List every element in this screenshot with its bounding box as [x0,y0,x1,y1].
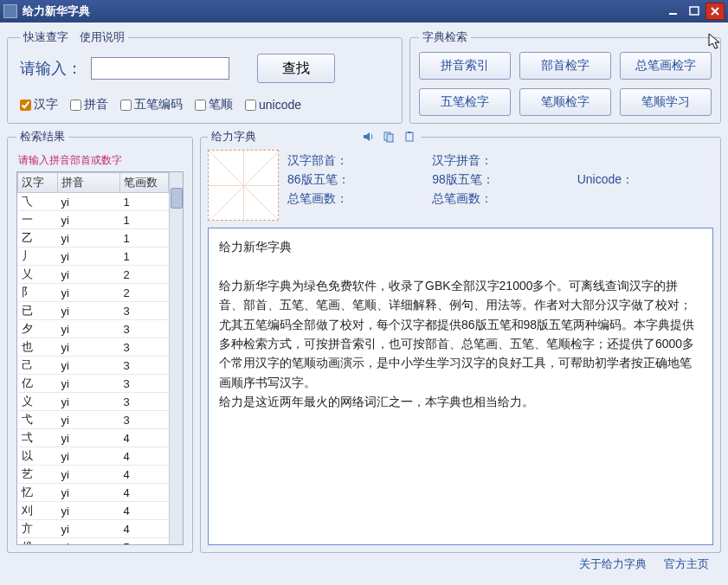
scroll-thumb[interactable] [171,188,183,209]
sound-icon[interactable] [360,130,376,144]
table-row[interactable]: 已yi3 [18,302,169,320]
quick-search-legend: 快速查字 使用说明 [20,29,128,45]
char-info: 汉字部首： 汉字拼音： 86版五笔： 98版五笔： Unicode： 总笔画数：… [287,150,713,221]
radio-拼音[interactable]: 拼音 [70,97,108,112]
dict-search-legend: 字典检索 [419,29,471,45]
table-row[interactable]: 艺yi4 [18,466,169,484]
title-bar: 给力新华字典 [0,0,728,22]
dict-legend: 给力字典 [208,129,421,145]
dict-panel: 给力字典 汉字部首： 汉字拼音： 86版五笔： 98版五笔： [200,129,721,553]
info-pinyin: 汉字拼音： [432,153,568,169]
table-row[interactable]: 弌yi4 [18,429,169,447]
radio-汉字[interactable]: 汉字 [20,97,58,112]
radio-笔顺[interactable]: 笔顺 [195,97,233,112]
svg-rect-3 [387,134,393,142]
table-row[interactable]: 乁yi1 [18,193,169,211]
minimize-button[interactable] [664,3,683,20]
table-row[interactable]: 乂yi2 [18,266,169,284]
results-group: 检索结果 请输入拼音部首或数字 汉字拼音笔画数 乁yi1一yi1乙yi1丿yi1… [7,129,193,553]
results-hint: 请输入拼音部首或数字 [16,151,184,171]
table-row[interactable]: 刈yi4 [18,502,169,520]
info-radical: 汉字部首： [287,153,423,169]
search-btn-笔顺检字[interactable]: 笔顺检字 [519,88,611,116]
table-row[interactable]: 阝yi2 [18,284,169,302]
quick-search-group: 快速查字 使用说明 请输入： 查找 汉字拼音五笔编码笔顺unicode [7,29,403,124]
search-btn-笔顺学习[interactable]: 笔顺学习 [620,88,712,116]
maximize-button[interactable] [685,3,704,20]
input-label: 请输入： [20,58,82,79]
search-input[interactable] [91,57,229,80]
results-table: 汉字拼音笔画数 乁yi1一yi1乙yi1丿yi1乂yi2阝yi2已yi3夕yi3… [17,172,169,545]
info-wubi98: 98版五笔： [432,172,568,188]
home-link[interactable]: 官方主页 [664,557,709,570]
table-row[interactable]: 义yi3 [18,393,169,411]
info-unicode: Unicode： [577,172,713,188]
info-strokes1: 总笔画数： [287,191,423,207]
table-row[interactable]: 乙yi1 [18,229,169,248]
find-button[interactable]: 查找 [257,54,335,83]
table-row[interactable]: 弋yi3 [18,411,169,429]
table-row[interactable]: 忆yi4 [18,484,169,502]
table-row[interactable]: 亿yi3 [18,375,169,393]
dict-search-group: 字典检索 拼音索引部首检字总笔画检字五笔检字笔顺检字笔顺学习 [409,29,721,124]
radio-五笔编码[interactable]: 五笔编码 [120,97,183,112]
window-title: 给力新华字典 [23,3,662,19]
paste-icon[interactable] [402,130,417,144]
col-笔画数[interactable]: 笔画数 [120,173,169,193]
search-btn-总笔画检字[interactable]: 总笔画检字 [620,52,712,80]
app-icon [3,4,17,18]
footer: 关于给力字典 官方主页 [7,553,721,572]
desc-p1: 给力新华字典为绿色免费软件，收录了GBK全部汉字21000多个。可离线查询汉字的… [219,276,702,392]
search-btn-部首检字[interactable]: 部首检字 [519,52,611,80]
search-type-radios: 汉字拼音五笔编码笔顺unicode [20,97,390,112]
close-button[interactable] [705,3,725,20]
col-拼音[interactable]: 拼音 [58,173,120,193]
search-btn-拼音索引[interactable]: 拼音索引 [419,52,511,80]
svg-rect-0 [669,13,677,15]
radio-unicode[interactable]: unicode [245,97,301,112]
info-wubi86: 86版五笔： [287,172,423,188]
results-legend: 检索结果 [16,129,68,145]
info-strokes2: 总笔画数： [432,191,568,207]
table-row[interactable]: 以yi4 [18,447,169,466]
table-row[interactable]: 夕yi3 [18,320,169,338]
copy-icon[interactable] [381,130,396,144]
desc-title: 给力新华字典 [219,237,702,256]
scrollbar[interactable] [169,172,183,544]
svg-rect-1 [690,7,699,15]
table-row[interactable]: 亣yi4 [18,520,169,538]
character-box [208,150,279,221]
svg-rect-5 [408,132,411,133]
description-box: 给力新华字典 给力新华字典为绿色免费软件，收录了GBK全部汉字21000多个。可… [208,228,713,545]
desc-p2: 给力是这近两年最火的网络词汇之一，本字典也相当给力。 [219,392,702,411]
table-row[interactable]: 佖yi5 [18,538,169,546]
search-btn-五笔检字[interactable]: 五笔检字 [419,88,511,116]
svg-rect-4 [406,132,413,141]
table-row[interactable]: 己yi3 [18,357,169,375]
table-row[interactable]: 丿yi1 [18,248,169,266]
col-汉字[interactable]: 汉字 [18,173,58,193]
table-row[interactable]: 也yi3 [18,338,169,357]
results-table-wrap: 汉字拼音笔画数 乁yi1一yi1乙yi1丿yi1乂yi2阝yi2已yi3夕yi3… [16,171,184,545]
about-link[interactable]: 关于给力字典 [579,557,647,570]
table-row[interactable]: 一yi1 [18,211,169,229]
